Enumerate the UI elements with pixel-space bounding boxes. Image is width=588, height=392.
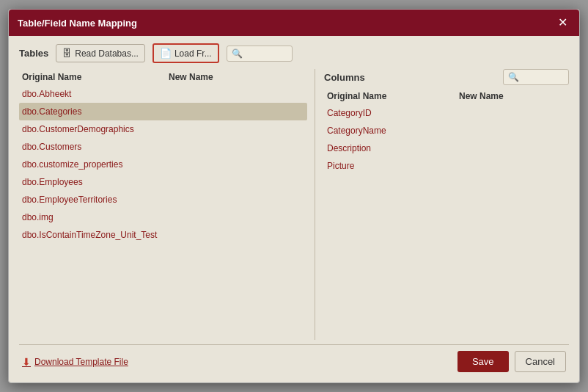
table-orig-cell: dbo.CustomerDemographics: [22, 124, 169, 134]
load-from-button[interactable]: 📄 Load Fr...: [152, 43, 219, 63]
column-orig-cell: CategoryID: [327, 108, 459, 118]
column-orig-cell: CategoryName: [327, 126, 459, 136]
download-label: Download Template File: [34, 357, 128, 367]
tables-panel: Original Name New Name dbo.Abheekt dbo.C…: [19, 69, 315, 340]
dialog-container: Table/Field Name Mapping ✕ Tables 🗄 Read…: [8, 9, 580, 383]
column-row[interactable]: CategoryName: [324, 122, 569, 139]
read-db-icon: 🗄: [62, 48, 72, 59]
tables-search-box[interactable]: 🔍: [227, 46, 293, 62]
table-row[interactable]: dbo.EmployeeTerritories: [19, 191, 307, 208]
columns-top-row: Columns 🔍: [324, 69, 569, 85]
table-orig-cell: dbo.IsContainTimeZone_Unit_Test: [22, 230, 169, 240]
table-new-cell: [169, 159, 304, 170]
table-row[interactable]: dbo.Customers: [19, 138, 307, 156]
table-row[interactable]: dbo.CustomerDemographics: [19, 120, 307, 138]
table-new-cell: [169, 142, 304, 152]
columns-search-box[interactable]: 🔍: [503, 69, 569, 85]
tables-orig-header: Original Name: [22, 72, 169, 82]
dialog-title: Table/Field Name Mapping: [18, 18, 137, 29]
table-new-cell: [169, 106, 304, 117]
table-new-cell: [169, 230, 304, 240]
cancel-button[interactable]: Cancel: [515, 351, 566, 372]
table-new-cell: [169, 177, 304, 187]
columns-search-input[interactable]: [519, 72, 569, 82]
download-template-link[interactable]: ⬇ Download Template File: [22, 356, 128, 368]
tables-col-headers: Original Name New Name: [19, 69, 307, 85]
table-orig-cell: dbo.Abheekt: [22, 89, 169, 99]
table-orig-cell: dbo.Customers: [22, 142, 169, 152]
toolbar-row: Tables 🗄 Read Databas... 📄 Load Fr... 🔍: [19, 43, 569, 63]
table-new-cell: [169, 89, 304, 99]
columns-new-header: New Name: [459, 91, 569, 101]
footer: ⬇ Download Template File Save Cancel: [19, 344, 569, 375]
table-new-cell: [169, 212, 304, 222]
save-button[interactable]: Save: [457, 351, 509, 372]
table-row[interactable]: dbo.Employees: [19, 173, 307, 191]
columns-list: CategoryID CategoryName Description Pict…: [324, 104, 569, 175]
table-row[interactable]: dbo.customize_properties: [19, 156, 307, 173]
table-row[interactable]: dbo.img: [19, 208, 307, 226]
tables-search-input[interactable]: [243, 48, 294, 59]
columns-orig-header: Original Name: [327, 91, 459, 101]
column-new-cell: [459, 126, 566, 136]
column-new-cell: [459, 108, 566, 118]
dialog-content: Tables 🗄 Read Databas... 📄 Load Fr... 🔍: [9, 36, 579, 382]
table-row[interactable]: dbo.IsContainTimeZone_Unit_Test: [19, 226, 307, 244]
tables-search-icon: 🔍: [232, 48, 243, 59]
read-db-label: Read Databas...: [75, 48, 139, 59]
load-fr-icon: 📄: [160, 48, 172, 59]
tables-list: dbo.Abheekt dbo.Categories dbo.CustomerD…: [19, 85, 307, 340]
column-orig-cell: Description: [327, 143, 459, 153]
column-new-cell: [459, 161, 566, 171]
footer-buttons: Save Cancel: [457, 351, 566, 372]
columns-panel: Columns 🔍 Original Name New Name Categor…: [315, 69, 569, 340]
table-new-cell: [169, 195, 304, 205]
tables-new-header: New Name: [169, 72, 279, 82]
table-row[interactable]: dbo.Categories: [19, 103, 307, 120]
table-orig-cell: dbo.Categories: [22, 106, 169, 117]
title-bar: Table/Field Name Mapping ✕: [9, 10, 579, 36]
columns-col-headers: Original Name New Name: [324, 88, 569, 104]
columns-search-icon: 🔍: [508, 72, 519, 82]
table-orig-cell: dbo.customize_properties: [22, 159, 169, 170]
column-row[interactable]: CategoryID: [324, 104, 569, 122]
read-database-button[interactable]: 🗄 Read Databas...: [56, 44, 145, 62]
tables-label: Tables: [19, 48, 48, 59]
column-new-cell: [459, 143, 566, 153]
main-panels: Original Name New Name dbo.Abheekt dbo.C…: [19, 69, 569, 340]
columns-label: Columns: [324, 72, 365, 83]
table-orig-cell: dbo.Employees: [22, 177, 169, 187]
column-row[interactable]: Picture: [324, 157, 569, 175]
table-orig-cell: dbo.EmployeeTerritories: [22, 195, 169, 205]
table-orig-cell: dbo.img: [22, 212, 169, 222]
load-fr-label: Load Fr...: [174, 48, 212, 59]
table-new-cell: [169, 124, 304, 134]
column-row[interactable]: Description: [324, 139, 569, 157]
download-icon: ⬇: [22, 356, 31, 368]
table-row[interactable]: dbo.Abheekt: [19, 85, 307, 103]
close-button[interactable]: ✕: [555, 15, 570, 30]
column-orig-cell: Picture: [327, 161, 459, 171]
